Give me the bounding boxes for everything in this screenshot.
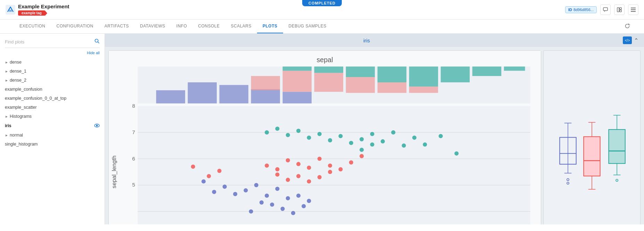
svg-point-103 [360,148,364,152]
svg-point-104 [370,142,374,147]
svg-rect-20 [251,76,280,90]
experiment-id-badge[interactable]: ID 8d96d856... [565,6,597,13]
svg-point-73 [307,166,311,170]
svg-rect-116 [584,137,600,176]
svg-rect-15 [156,90,185,104]
tab-scalars[interactable]: SCALARS [225,19,257,33]
svg-point-96 [381,139,385,143]
search-input[interactable] [5,39,94,44]
svg-point-101 [439,134,443,138]
svg-point-69 [265,164,269,168]
svg-point-75 [328,164,332,168]
svg-point-95 [370,132,374,136]
sidebar-item-example-confusion[interactable]: example_confusion [0,85,105,94]
svg-point-50 [212,190,216,194]
chevron-right-icon: ► [5,115,8,118]
experiment-title: Example Experiment [18,3,69,9]
svg-point-85 [265,130,269,134]
svg-point-55 [265,193,269,198]
svg-point-87 [286,133,290,137]
sidebar-item-dense[interactable]: ► dense [0,58,105,67]
tab-execution[interactable]: EXECUTION [14,19,51,33]
svg-point-94 [360,137,364,141]
tab-artifacts[interactable]: ARTIFACTS [99,19,134,33]
main-layout: Hide all ► dense ► dense_1 ► dense_2 exa… [0,34,644,224]
svg-point-72 [296,162,300,166]
tab-debug-samples[interactable]: DEBUG SAMPLES [283,19,332,33]
sidebar-item-label: single_histogram [5,142,38,147]
tab-configuration[interactable]: CONFIGURATION [51,19,99,33]
svg-point-102 [454,151,459,156]
layout-button[interactable] [614,5,625,15]
scatter-svg: sepal [109,51,541,224]
svg-point-57 [286,196,290,200]
svg-point-76 [338,167,342,171]
sidebar-item-iris[interactable]: iris [0,121,105,131]
hide-all-button[interactable]: Hide all [0,50,105,58]
sidebar-item-label: example_confusion_0_0_at_top [5,96,66,101]
refresh-button[interactable] [625,23,630,30]
svg-point-56 [275,187,279,191]
svg-rect-22 [314,73,343,92]
svg-rect-19 [283,92,312,103]
plot-title: iris [110,38,623,43]
svg-rect-4 [620,7,621,9]
svg-point-99 [412,135,416,140]
sidebar-item-label: example_scatter [5,105,37,110]
sidebar-item-example-confusion-0[interactable]: example_confusion_0_0_at_top [0,94,105,103]
search-bar [5,39,100,48]
svg-rect-23 [346,77,375,93]
svg-rect-33 [504,67,525,71]
tab-plots[interactable]: PLOTS [257,19,283,33]
code-button[interactable]: </> [623,36,632,44]
sidebar-item-dense1[interactable]: ► dense_1 [0,67,105,76]
menu-button[interactable] [628,5,638,15]
svg-text:8: 8 [132,103,135,109]
svg-point-54 [254,183,258,187]
svg-point-78 [360,154,364,158]
boxplot-panel [543,50,641,224]
sidebar-item-histograms[interactable]: ► Histograms [0,112,105,121]
svg-text:5: 5 [132,182,135,188]
boxplot-svg [544,51,640,224]
tab-dataviews[interactable]: DATAVIEWS [134,19,171,33]
chevron-right-icon: ► [5,69,8,73]
svg-point-59 [307,199,311,203]
layout-icon [617,7,622,12]
svg-rect-3 [617,7,619,11]
svg-point-52 [233,192,237,196]
plot-subtitle: sepal [316,56,333,64]
svg-rect-32 [472,67,501,76]
tab-info[interactable]: INFO [171,19,193,33]
status-badge: COMPLETED [302,0,342,6]
nav-tabs: EXECUTION CONFIGURATION ARTIFACTS DATAVI… [0,19,644,34]
svg-rect-18 [251,89,280,104]
comment-button[interactable] [600,5,611,15]
svg-line-10 [98,42,99,43]
sidebar-item-normal[interactable]: ► normal [0,131,105,140]
svg-point-92 [338,134,342,138]
svg-point-100 [423,142,427,147]
sidebar-item-single-histogram[interactable]: single_histogram [0,140,105,149]
chevron-right-icon: ► [5,79,8,82]
svg-rect-16 [188,82,217,104]
search-icon[interactable] [94,39,100,45]
visibility-icon[interactable] [94,123,100,129]
svg-point-77 [349,160,353,165]
collapse-button[interactable]: ⌃ [634,37,638,44]
experiment-tag: example tag [18,10,45,16]
sidebar: Hide all ► dense ► dense_1 ► dense_2 exa… [0,34,105,224]
content-area: iris </> ⌃ sepal [105,34,644,224]
svg-point-49 [201,179,206,183]
chevron-right-icon: ► [5,133,8,137]
svg-point-91 [328,138,332,142]
sidebar-item-example-scatter[interactable]: example_scatter [0,103,105,112]
sidebar-item-dense2[interactable]: ► dense_2 [0,76,105,85]
hamburger-icon [631,8,636,12]
svg-point-93 [349,141,353,145]
tab-console[interactable]: CONSOLE [192,19,225,33]
svg-rect-25 [409,86,438,93]
svg-rect-29 [378,67,406,83]
svg-point-51 [223,184,227,189]
app-logo [6,5,15,15]
